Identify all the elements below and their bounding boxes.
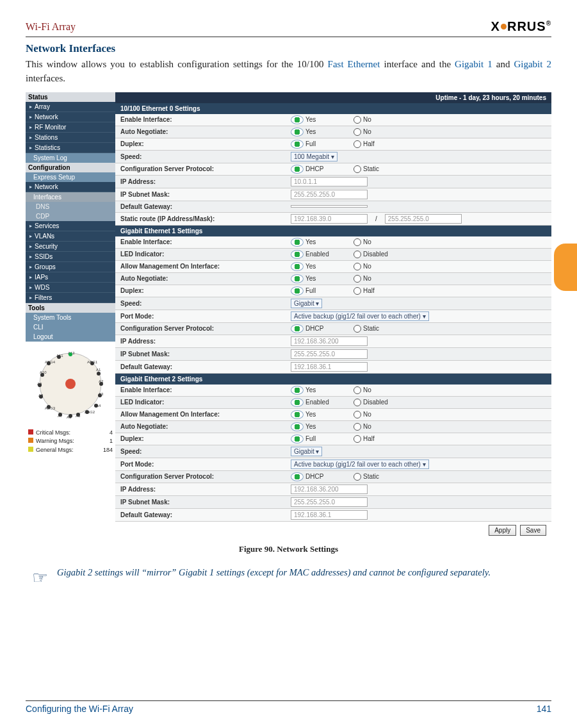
setting-value: 10.0.1.1 <box>286 176 551 188</box>
text-input[interactable]: 192.168.36.1 <box>291 510 368 520</box>
dropdown[interactable]: Gigabit ▾ <box>291 299 322 308</box>
setting-row: Speed:100 Megabit ▾ <box>115 151 551 163</box>
nav-item[interactable]: SSIDs <box>26 252 115 262</box>
radio-option[interactable]: Yes <box>291 262 348 271</box>
button-bar: Apply Save <box>115 522 551 539</box>
setting-value: EnabledDisabled <box>286 249 551 260</box>
nav-item[interactable]: IAPs <box>26 272 115 283</box>
radio-icon <box>354 287 361 295</box>
radio-option[interactable]: No <box>354 386 411 394</box>
radio-option[interactable]: Static <box>354 165 411 173</box>
radio-option[interactable]: Disabled <box>354 251 411 258</box>
setting-row: Enable Interface:YesNo <box>115 236 551 249</box>
nav-item[interactable]: VLANs <box>26 231 115 242</box>
radio-option[interactable]: Yes <box>291 115 348 124</box>
nav-item[interactable]: Network <box>26 182 115 192</box>
radio-option[interactable]: No <box>354 128 411 136</box>
nav-sub[interactable]: System Tools <box>26 313 115 322</box>
nav-sub[interactable]: CLI <box>26 322 115 332</box>
text-input[interactable]: 255.255.255.0 <box>291 349 368 359</box>
setting-row: Port Mode:Active backup (gig1/2 fail ove… <box>115 310 551 323</box>
nav-item[interactable]: Array <box>26 102 115 112</box>
radio-icon <box>291 238 304 247</box>
nav-header-tools: Tools <box>26 303 115 313</box>
save-button[interactable]: Save <box>520 525 546 536</box>
text-input[interactable]: 192.168.36.1 <box>291 362 368 372</box>
radio-option[interactable]: Yes <box>291 128 348 136</box>
text-input[interactable]: 255.255.255.0 <box>291 190 368 199</box>
nav-sub2[interactable]: DNS <box>26 202 115 211</box>
text-input[interactable]: 192.168.36.200 <box>291 336 368 346</box>
footer-page-number: 141 <box>537 704 551 714</box>
text-input[interactable]: 192.168.36.200 <box>291 484 368 494</box>
radio-option[interactable]: Yes <box>291 386 348 395</box>
setting-value: 192.168.36.200 <box>286 335 551 347</box>
radio-option[interactable]: Half <box>354 140 411 148</box>
radio-option[interactable]: Enabled <box>291 398 348 407</box>
radio-option[interactable]: DHCP <box>291 324 348 333</box>
dropdown[interactable]: Gigabit ▾ <box>291 447 322 456</box>
dropdown[interactable]: Active backup (gig1/2 fail over to each … <box>291 459 429 469</box>
figure-caption: Figure 90. Network Settings <box>26 544 551 554</box>
setting-value: Active backup (gig1/2 fail over to each … <box>286 310 551 322</box>
nav-item[interactable]: Stations <box>26 133 115 143</box>
radio-option[interactable]: Yes <box>291 274 348 283</box>
nav-item[interactable]: RF Monitor <box>26 122 115 133</box>
nav-item[interactable]: Network <box>26 112 115 122</box>
radio-option[interactable]: No <box>354 238 411 246</box>
radio-option[interactable]: Static <box>354 473 411 481</box>
radio-label: Half <box>363 435 375 442</box>
text-input[interactable]: 192.168.39.0 <box>291 214 368 224</box>
radio-option[interactable]: No <box>354 116 411 124</box>
radio-icon <box>354 275 361 283</box>
radio-option[interactable]: No <box>354 275 411 283</box>
radio-option[interactable]: Half <box>354 287 411 295</box>
nav-sub-selected[interactable]: Interfaces <box>26 192 115 202</box>
radio-option[interactable]: DHCP <box>291 472 348 481</box>
radio-label: No <box>363 411 371 418</box>
radio-option[interactable]: No <box>354 263 411 270</box>
dropdown[interactable]: 100 Megabit ▾ <box>291 152 337 161</box>
radio-option[interactable]: Static <box>354 325 411 333</box>
radio-icon <box>354 140 361 148</box>
nav-sub[interactable]: Logout <box>26 332 115 342</box>
radio-option[interactable]: Yes <box>291 410 348 419</box>
radio-label: Static <box>363 473 379 480</box>
radio-option[interactable]: No <box>354 411 411 418</box>
setting-row: Speed:Gigabit ▾ <box>115 445 551 458</box>
radio-icon <box>291 115 304 124</box>
nav-item[interactable]: Services <box>26 221 115 231</box>
radio-option[interactable]: Yes <box>291 238 348 247</box>
radio-option[interactable]: DHCP <box>291 165 348 174</box>
radio-option[interactable]: Disabled <box>354 399 411 406</box>
setting-value: 255.255.255.0 <box>286 188 551 201</box>
nav-sub2[interactable]: CDP <box>26 211 115 221</box>
radio-option[interactable]: Full <box>291 434 348 443</box>
setting-label: LED Indicator: <box>115 397 286 408</box>
nav-item[interactable]: Groups <box>26 262 115 272</box>
radio-option[interactable]: Half <box>354 435 411 443</box>
nav-item[interactable]: Filters <box>26 293 115 303</box>
nav-sub[interactable]: System Log <box>26 153 115 163</box>
text-input[interactable]: 255.255.255.0 <box>385 214 462 224</box>
nav-item[interactable]: Security <box>26 242 115 252</box>
radio-icon <box>354 251 361 258</box>
text-input[interactable]: 10.0.1.1 <box>291 177 368 186</box>
nav-sub[interactable]: Express Setup <box>26 172 115 182</box>
nav-item[interactable]: WDS <box>26 283 115 293</box>
radio-option[interactable]: Yes <box>291 422 348 431</box>
dropdown[interactable]: Active backup (gig1/2 fail over to each … <box>291 311 429 321</box>
text-input[interactable]: 255.255.255.0 <box>291 497 368 507</box>
radio-label: Yes <box>305 263 316 270</box>
setting-row: IP Address:192.168.36.200 <box>115 483 551 496</box>
apply-button[interactable]: Apply <box>489 525 516 536</box>
text-input[interactable] <box>291 205 368 208</box>
radio-option[interactable]: Full <box>291 140 348 149</box>
radio-label: No <box>363 263 371 270</box>
nav-item[interactable]: Statistics <box>26 143 115 153</box>
radio-option[interactable]: No <box>354 423 411 431</box>
radio-icon <box>354 399 361 406</box>
radio-option[interactable]: Full <box>291 286 348 295</box>
radio-option[interactable]: Enabled <box>291 250 348 259</box>
radio-label: No <box>363 238 371 245</box>
